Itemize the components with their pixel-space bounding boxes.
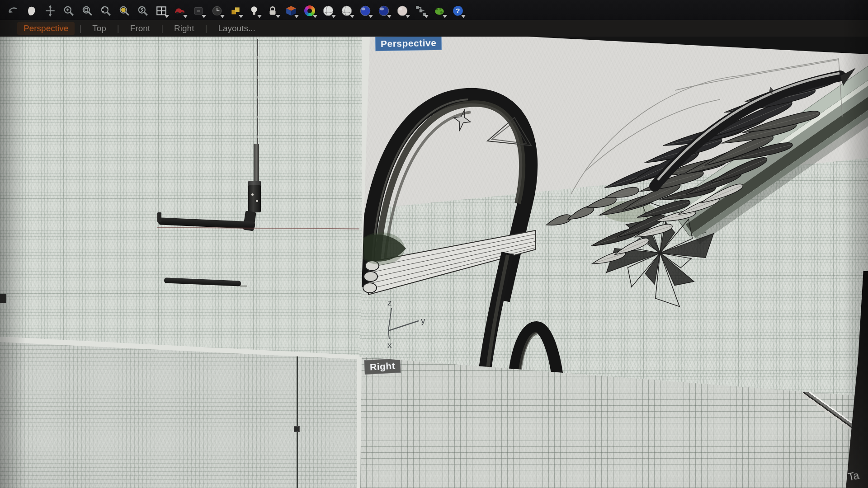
tab-top[interactable]: Top xyxy=(86,22,113,35)
turtle-icon[interactable] xyxy=(433,4,446,18)
undo-icon[interactable] xyxy=(6,4,20,18)
toolbar-icon-row: ? xyxy=(6,1,465,21)
model-antenna-motor xyxy=(248,181,261,212)
joints-icon[interactable] xyxy=(414,4,428,18)
lock-icon[interactable] xyxy=(266,4,279,18)
dropdown-arrow-icon[interactable] xyxy=(443,15,447,18)
light-bulb-icon[interactable] xyxy=(247,4,261,18)
set-view-clock-icon[interactable] xyxy=(210,4,224,18)
wireframe-caduceus-model xyxy=(359,36,868,402)
model-bar xyxy=(164,277,241,286)
zoom-window-icon[interactable] xyxy=(80,4,94,18)
viewport-top[interactable] xyxy=(0,36,362,357)
help-icon[interactable]: ? xyxy=(451,4,465,18)
tab-separator: | xyxy=(205,23,207,33)
axis-y-label: y xyxy=(421,316,425,325)
zoom-in-icon[interactable] xyxy=(62,4,75,18)
axis-z-label: z xyxy=(387,298,392,307)
layers-icon[interactable] xyxy=(229,4,242,18)
zoom-extents-icon[interactable] xyxy=(118,4,131,18)
wireframe-sphere-icon[interactable] xyxy=(340,4,354,18)
tab-front[interactable]: Front xyxy=(124,22,156,35)
dropdown-arrow-icon[interactable] xyxy=(183,15,188,18)
material-cube-icon[interactable] xyxy=(284,4,298,18)
dropdown-arrow-icon[interactable] xyxy=(424,15,429,18)
rendered-sphere-icon[interactable] xyxy=(359,4,372,18)
dropdown-arrow-icon[interactable] xyxy=(313,15,317,18)
dropdown-arrow-icon[interactable] xyxy=(276,15,280,18)
control-point-handle[interactable] xyxy=(294,426,300,432)
model-front-line xyxy=(297,355,298,488)
screen-icon[interactable] xyxy=(192,4,205,18)
viewport-tab-bar: Perspective|Top|Front|Right|Layouts... xyxy=(0,20,868,37)
tab-layouts[interactable]: Layouts... xyxy=(212,22,261,35)
shaded-sphere-icon[interactable] xyxy=(321,4,335,18)
dropdown-arrow-icon[interactable] xyxy=(239,15,243,18)
svg-text:?: ? xyxy=(456,7,460,14)
model-antenna-segment xyxy=(254,144,259,183)
dropdown-arrow-icon[interactable] xyxy=(220,15,225,18)
viewport-perspective[interactable]: z y x Perspective xyxy=(359,36,868,402)
dropdown-arrow-icon[interactable] xyxy=(350,15,354,18)
tab-separator: | xyxy=(161,23,163,33)
color-wheel-icon[interactable] xyxy=(303,4,316,18)
toolbar: ? Perspective|Top|Front|Right|Layouts... xyxy=(0,0,868,36)
zoom-selected-icon[interactable] xyxy=(99,4,113,18)
mouse-cursor xyxy=(769,87,775,94)
tab-perspective[interactable]: Perspective xyxy=(17,22,75,35)
dropdown-arrow-icon[interactable] xyxy=(202,15,206,18)
tab-separator: | xyxy=(79,23,81,33)
pan-hand-icon[interactable] xyxy=(25,4,38,18)
move-icon[interactable] xyxy=(43,4,57,18)
car-display-icon[interactable] xyxy=(173,4,187,18)
viewport-front[interactable] xyxy=(0,337,357,488)
dropdown-arrow-icon[interactable] xyxy=(294,15,299,18)
side-panel-label: Ta xyxy=(847,469,860,483)
right-viewport-badge[interactable]: Right xyxy=(364,358,401,375)
axis-gizmo: z y x xyxy=(372,298,431,352)
zoom-scale-icon[interactable] xyxy=(136,4,150,18)
tab-separator: | xyxy=(117,23,119,33)
application-window: ? Perspective|Top|Front|Right|Layouts... xyxy=(0,0,868,488)
dropdown-arrow-icon[interactable] xyxy=(165,15,169,18)
dropdown-arrow-icon[interactable] xyxy=(406,15,410,18)
tab-right[interactable]: Right xyxy=(168,22,200,35)
dropdown-arrow-icon[interactable] xyxy=(331,15,336,18)
pearl-sphere-icon[interactable] xyxy=(396,4,409,18)
dropdown-arrow-icon[interactable] xyxy=(461,15,466,18)
axis-x-label: x xyxy=(387,340,392,350)
dropdown-arrow-icon[interactable] xyxy=(257,15,262,18)
dropdown-arrow-icon[interactable] xyxy=(387,15,392,18)
construction-line xyxy=(157,227,359,229)
raytrace-sphere-icon[interactable] xyxy=(377,4,391,18)
dropdown-arrow-icon[interactable] xyxy=(368,15,373,18)
viewport-layout-icon[interactable] xyxy=(155,4,168,18)
perspective-viewport-badge[interactable]: Perspective xyxy=(375,36,442,51)
